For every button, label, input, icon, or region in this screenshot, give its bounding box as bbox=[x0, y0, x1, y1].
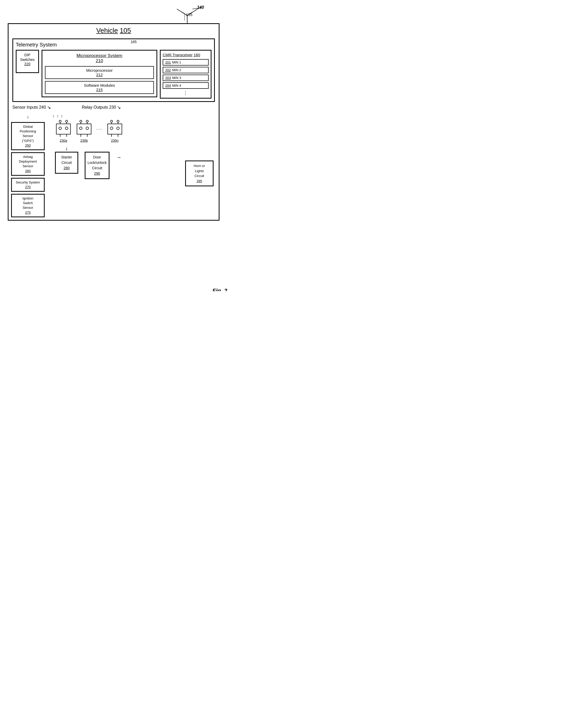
fig-label: Fig. 2 bbox=[212, 287, 227, 291]
relay-area: ↑ ↑ ↑ bbox=[47, 114, 216, 217]
relay-230a-symbol bbox=[55, 120, 72, 138]
svg-point-18 bbox=[86, 120, 88, 122]
relay-outputs-arrow: ↘ bbox=[117, 105, 121, 110]
arrow-up-2: ↑ bbox=[56, 114, 59, 119]
min-row-4: 204 MIN 4 bbox=[163, 82, 209, 89]
relay-230b-symbol bbox=[76, 120, 93, 138]
security-system-box: Security System 270 bbox=[11, 178, 45, 192]
svg-point-26 bbox=[110, 120, 112, 122]
airbag-sensor-box: AirbagDeploymentSensor 260 bbox=[11, 152, 45, 176]
microprocessor-system-box: Microprocessor System 210 Microprocessor… bbox=[42, 50, 157, 97]
relay-230b: 230b bbox=[76, 120, 93, 142]
sensor-inputs-label: Sensor Inputs 240 ↘ bbox=[12, 105, 51, 110]
microprocessor-system-title: Microprocessor System 210 bbox=[45, 53, 154, 63]
relay-230n-label: 230n bbox=[111, 138, 119, 142]
cmr-title: CMR Transceiver 160 bbox=[163, 53, 209, 57]
relay-230n: 230n bbox=[106, 120, 123, 142]
output-area: ↓ StarterCircuit 280 ↓ DoorLock/unlockCi… bbox=[55, 145, 216, 179]
starter-circuit-box: StarterCircuit 280 bbox=[55, 152, 78, 174]
antenna-label-155: 155 bbox=[186, 12, 193, 17]
horn-arrow-right: → bbox=[116, 154, 122, 161]
relay-230b-label: 230b bbox=[80, 138, 88, 142]
svg-point-8 bbox=[59, 120, 61, 122]
min-dots: ⋮ bbox=[163, 90, 209, 96]
svg-point-11 bbox=[59, 127, 61, 130]
arrow-up-3: ↑ bbox=[61, 114, 63, 119]
svg-point-30 bbox=[117, 127, 119, 130]
relay-outputs-label: Relay Outputs 230 ↘ bbox=[82, 105, 121, 110]
door-output-col: ↓ DoorLock/unlockCircuit 290 bbox=[85, 145, 109, 179]
vehicle-title: Vehicle 105 bbox=[11, 27, 216, 34]
telemetry-box: Telemetry System 165 DIPSwitches 220 Mic… bbox=[12, 38, 215, 102]
dip-switches-box: DIPSwitches 220 bbox=[16, 50, 39, 73]
min-row-2: 202 MIN 2 bbox=[163, 67, 209, 73]
svg-point-21 bbox=[86, 127, 89, 130]
antenna-label-140: 140 bbox=[197, 5, 204, 10]
below-telemetry-labels: Sensor Inputs 240 ↘ Relay Outputs 230 ↘ bbox=[12, 105, 216, 110]
bottom-section: ↓ GlobalPositioningSensor("GPS") 250 Air… bbox=[11, 114, 216, 217]
gps-arrow-up: ↓ bbox=[11, 114, 45, 120]
antenna-area: 140 155 bbox=[165, 5, 207, 26]
svg-rect-19 bbox=[77, 124, 91, 134]
min-row-3: 203 MIN 3 bbox=[163, 75, 209, 81]
sensor-inputs-arrow: ↘ bbox=[47, 105, 51, 110]
dip-switches-number: 220 bbox=[19, 62, 36, 66]
starter-arrow-down: ↓ bbox=[65, 145, 68, 152]
telemetry-title: Telemetry System bbox=[16, 42, 57, 48]
sensor-arrows: ↑ ↑ ↑ bbox=[52, 114, 216, 119]
relay-230a: 230a bbox=[55, 120, 72, 142]
relay-230n-symbol bbox=[106, 120, 123, 138]
min-row-1: 201 MIN 1 bbox=[163, 59, 209, 66]
cmr-transceiver-box: CMR Transceiver 160 201 MIN 1 202 MIN 2 … bbox=[160, 50, 211, 99]
ignition-sensor-box: IgnitionSwitchSensor 275 bbox=[11, 194, 45, 217]
relay-row: 230a bbox=[55, 120, 216, 142]
horn-circuit-box: Horn orLightsCircuit 295 bbox=[185, 160, 213, 186]
telemetry-inner: DIPSwitches 220 Microprocessor System 21… bbox=[16, 50, 211, 99]
relay-dots: ··· bbox=[96, 126, 102, 132]
svg-point-29 bbox=[110, 127, 113, 130]
sensor-column: ↓ GlobalPositioningSensor("GPS") 250 Air… bbox=[11, 114, 45, 217]
gps-sensor-box: GlobalPositioningSensor("GPS") 250 bbox=[11, 122, 45, 150]
svg-rect-10 bbox=[56, 124, 71, 134]
svg-point-20 bbox=[79, 127, 82, 130]
dip-switches-title: DIPSwitches bbox=[19, 53, 36, 62]
svg-point-27 bbox=[117, 120, 119, 122]
svg-point-17 bbox=[80, 120, 82, 122]
svg-rect-28 bbox=[108, 124, 122, 134]
microprocessor-box: Microprocessor 212 bbox=[45, 66, 154, 79]
relay-230a-label: 230a bbox=[60, 138, 67, 142]
starter-output-col: ↓ StarterCircuit 280 bbox=[55, 145, 78, 174]
page-container: 140 155 Vehicle 105 Telemetry System 165… bbox=[5, 5, 227, 284]
svg-point-9 bbox=[66, 120, 68, 122]
door-lock-box: DoorLock/unlockCircuit 290 bbox=[85, 152, 109, 179]
software-modules-box: Software Modules 215 bbox=[45, 81, 154, 94]
telemetry-label-165: 165 bbox=[131, 40, 136, 44]
vehicle-box: Vehicle 105 Telemetry System 165 DIPSwit… bbox=[8, 23, 220, 220]
svg-point-12 bbox=[65, 127, 68, 130]
arrow-up-1: ↑ bbox=[52, 114, 54, 119]
